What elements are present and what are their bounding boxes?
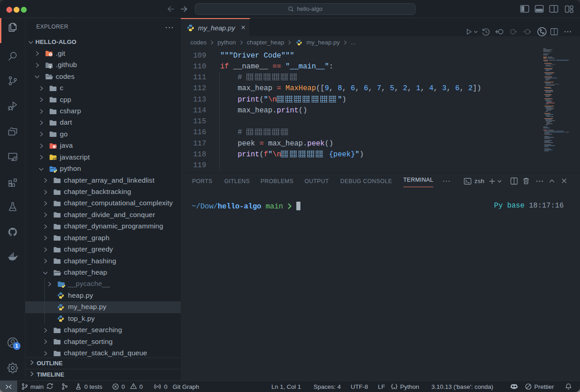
svg-text:JS: JS bbox=[53, 157, 57, 161]
